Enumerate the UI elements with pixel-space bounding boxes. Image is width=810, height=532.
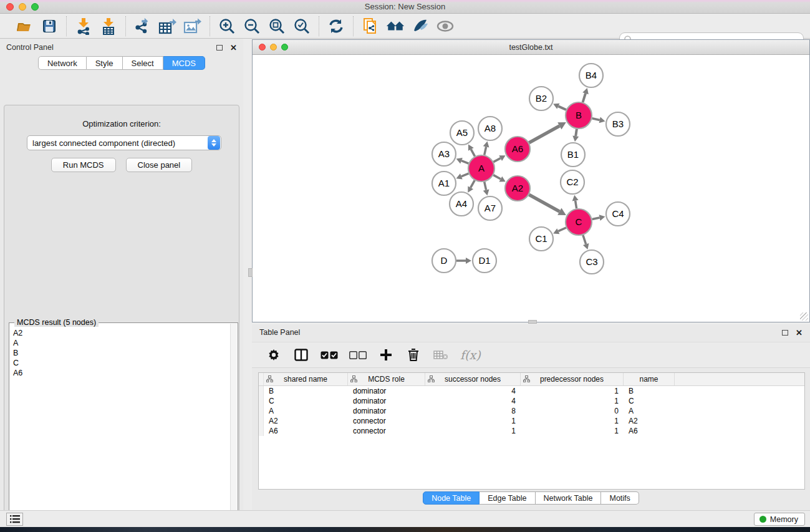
graph-node-label: A7 xyxy=(485,203,496,213)
column-header-mcds-role[interactable]: MCDS role xyxy=(348,373,425,385)
table-row[interactable]: A dominator 8 0 A xyxy=(259,406,804,416)
tab-node-table[interactable]: Node Table xyxy=(423,491,480,505)
graph-edge-arrowhead xyxy=(483,142,489,148)
memory-label: Memory xyxy=(770,515,798,524)
graph-edge[interactable] xyxy=(485,181,486,190)
close-panel-button[interactable]: Close panel xyxy=(126,158,193,172)
tab-style[interactable]: Style xyxy=(87,56,123,70)
result-item[interactable]: B xyxy=(13,348,236,358)
graph-edge[interactable] xyxy=(583,94,586,102)
delete-column-trash-icon[interactable] xyxy=(405,346,422,364)
create-column-plus-icon[interactable] xyxy=(378,346,394,364)
column-header-name[interactable]: name xyxy=(624,373,675,385)
status-bar: Memory xyxy=(0,510,810,527)
float-table-panel-icon[interactable] xyxy=(782,330,788,336)
graph-node-label: B3 xyxy=(612,118,624,129)
graph-edge[interactable] xyxy=(529,195,559,211)
select-all-columns-icon[interactable] xyxy=(321,346,338,364)
vertical-splitter-handle[interactable] xyxy=(248,268,253,277)
graph-edge[interactable] xyxy=(461,161,468,163)
network-canvas[interactable]: B4B2BB3A5A8A6A3B1AA1C2A2A4A7C4CC1C3DD1 xyxy=(253,55,809,322)
network-graph[interactable]: B4B2BB3A5A8A6A3B1AA1C2A2A4A7C4CC1C3DD1 xyxy=(253,55,809,322)
table-settings-gear-icon[interactable] xyxy=(266,346,282,364)
graph-node-label: C1 xyxy=(535,233,547,244)
result-item[interactable]: A6 xyxy=(13,368,236,378)
save-session-icon[interactable] xyxy=(40,17,59,36)
home-icon[interactable] xyxy=(386,17,405,36)
tab-network-table[interactable]: Network Table xyxy=(536,491,602,505)
hide-graphics-details-icon[interactable] xyxy=(411,17,430,36)
hierarchy-icon xyxy=(350,375,357,382)
task-history-button[interactable] xyxy=(6,513,23,526)
import-network-icon[interactable] xyxy=(74,17,93,36)
graph-edge[interactable] xyxy=(485,147,486,155)
graph-node-label: B4 xyxy=(586,70,597,80)
graph-node-label: A2 xyxy=(512,183,523,193)
result-item[interactable]: C xyxy=(13,358,236,368)
graph-edge-arrowhead xyxy=(572,195,579,201)
open-session-icon[interactable] xyxy=(15,17,34,36)
table-row[interactable]: A2 connector 1 1 A2 xyxy=(259,416,804,426)
memory-button[interactable]: Memory xyxy=(754,513,805,526)
table-row[interactable]: C dominator 4 1 C xyxy=(259,396,804,406)
tab-network[interactable]: Network xyxy=(38,56,87,70)
network-window-titlebar[interactable]: testGlobe.txt xyxy=(253,40,809,55)
graph-edge[interactable] xyxy=(583,235,586,244)
graph-edge[interactable] xyxy=(558,106,566,110)
run-mcds-button[interactable]: Run MCDS xyxy=(51,158,116,172)
tab-motifs[interactable]: Motifs xyxy=(601,491,639,505)
graph-node-label: A8 xyxy=(485,123,496,133)
zoom-out-icon[interactable] xyxy=(243,17,261,36)
tab-edge-table[interactable]: Edge Table xyxy=(480,491,535,505)
hierarchy-icon xyxy=(266,375,273,382)
graph-edge[interactable] xyxy=(592,218,600,219)
graph-edge[interactable] xyxy=(576,129,577,137)
graph-edge[interactable] xyxy=(471,149,475,156)
graph-edge-arrowhead xyxy=(466,258,471,264)
column-header-predecessor-nodes[interactable]: predecessor nodes xyxy=(521,373,624,385)
table-row[interactable]: A6 connector 1 1 A6 xyxy=(259,426,804,436)
memory-status-icon xyxy=(759,516,766,523)
mcds-result-box: MCDS result (5 nodes) A2 A B C A6 xyxy=(9,322,238,532)
export-image-icon[interactable] xyxy=(183,17,202,36)
graph-edge[interactable] xyxy=(461,173,469,177)
criterion-select[interactable]: largest connected component (directed) xyxy=(27,135,221,150)
tab-select[interactable]: Select xyxy=(123,56,163,70)
graph-edge[interactable] xyxy=(493,175,501,179)
horizontal-splitter-handle[interactable] xyxy=(528,320,537,324)
close-table-panel-icon[interactable]: ✕ xyxy=(796,329,803,337)
column-header-shared-name[interactable]: shared name xyxy=(264,373,348,385)
graph-edge[interactable] xyxy=(576,201,577,209)
resize-grip-icon[interactable] xyxy=(800,312,808,321)
tab-mcds[interactable]: MCDS xyxy=(163,56,205,70)
graph-edge[interactable] xyxy=(493,158,500,162)
zoom-in-icon[interactable] xyxy=(218,17,236,36)
graph-edge[interactable] xyxy=(558,228,566,231)
float-panel-icon[interactable] xyxy=(216,45,223,51)
graph-edge[interactable] xyxy=(592,118,599,120)
table-row[interactable]: B dominator 4 1 B xyxy=(259,386,804,396)
export-table-icon[interactable] xyxy=(158,17,177,36)
graph-node-label: B1 xyxy=(567,149,579,160)
clone-network-icon[interactable] xyxy=(361,17,380,36)
zoom-selected-icon[interactable] xyxy=(292,17,311,36)
result-item[interactable]: A xyxy=(13,338,236,348)
show-column-panel-icon[interactable] xyxy=(293,346,309,364)
column-header-successor-nodes[interactable]: successor nodes xyxy=(425,373,521,385)
graph-node-label: C xyxy=(576,216,582,227)
table-panel-title: Table Panel xyxy=(259,328,300,337)
export-network-icon[interactable] xyxy=(133,17,152,36)
graph-edge[interactable] xyxy=(529,126,559,143)
refresh-icon[interactable] xyxy=(327,17,345,36)
graph-edge[interactable] xyxy=(471,180,475,188)
close-panel-icon[interactable]: ✕ xyxy=(230,44,237,52)
result-scrollbar[interactable] xyxy=(230,324,237,532)
unselect-all-columns-icon[interactable] xyxy=(349,346,367,364)
result-item[interactable]: A2 xyxy=(13,328,236,338)
import-table-icon[interactable] xyxy=(99,17,118,36)
zoom-fit-icon[interactable] xyxy=(268,17,286,36)
graph-node-label: A4 xyxy=(456,198,467,209)
show-graphics-details-icon[interactable] xyxy=(436,17,455,36)
graph-edge-arrowhead xyxy=(599,117,605,123)
select-stepper-icon xyxy=(208,136,220,150)
